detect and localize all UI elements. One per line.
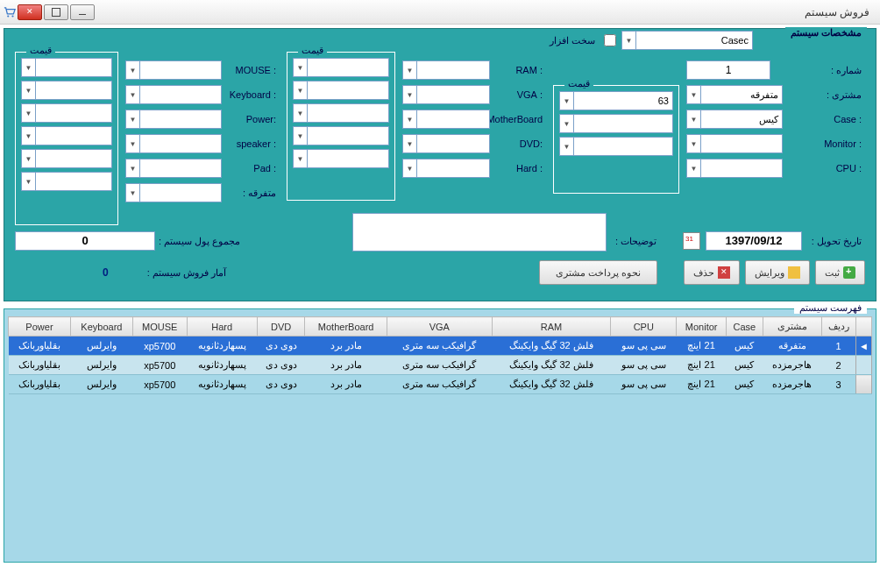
chevron-down-icon[interactable] — [403, 61, 417, 79]
hardware-combo[interactable]: Casec — [621, 31, 753, 50]
chevron-down-icon[interactable] — [22, 173, 36, 190]
stat-value: 0 — [103, 266, 109, 279]
chevron-down-icon[interactable] — [126, 110, 140, 128]
window-minimize-button[interactable] — [70, 4, 95, 20]
price-cpu-combo[interactable] — [559, 137, 673, 156]
chevron-down-icon[interactable] — [403, 135, 417, 152]
grid-header[interactable]: Power — [9, 317, 71, 337]
vga-combo[interactable] — [402, 85, 490, 104]
mouse-label: : MOUSE — [222, 65, 280, 75]
desc-textarea[interactable] — [352, 213, 607, 251]
chevron-down-icon[interactable] — [126, 61, 140, 79]
chevron-down-icon[interactable] — [403, 110, 417, 128]
chevron-down-icon[interactable] — [294, 59, 308, 76]
table-row[interactable]: ◄1متفرقهکیس21 اینچسی پی سوفلش 32 گیگ وای… — [9, 337, 872, 356]
delivery-field[interactable]: 1397/09/12 — [706, 231, 802, 251]
price-ram-combo[interactable] — [293, 58, 389, 77]
chevron-down-icon[interactable] — [22, 127, 36, 145]
stat-label: آمار فروش سیستم : — [144, 267, 230, 279]
grid-header[interactable]: RAM — [492, 317, 610, 337]
chevron-down-icon[interactable] — [687, 86, 701, 103]
grid-header[interactable]: CPU — [611, 317, 677, 337]
chevron-down-icon[interactable] — [560, 115, 574, 132]
price-monitor-combo[interactable] — [559, 114, 673, 133]
mouse-combo[interactable] — [125, 60, 222, 80]
grid-header[interactable]: مشتری — [763, 317, 821, 337]
grid-header[interactable]: MOUSE — [132, 317, 187, 337]
chevron-down-icon[interactable] — [22, 150, 36, 167]
misc-combo[interactable] — [125, 183, 222, 202]
table-row[interactable]: 3هاجرمزدهکیس21 اینچسی پی سوفلش 32 گیگ وا… — [9, 375, 872, 394]
window-maximize-button[interactable] — [44, 4, 68, 20]
row-selector[interactable] — [856, 375, 872, 394]
price-case-combo[interactable]: 63 — [559, 91, 673, 110]
monitor-combo[interactable] — [686, 134, 783, 153]
chevron-down-icon[interactable] — [294, 81, 308, 99]
number-field[interactable]: 1 — [686, 60, 770, 80]
ram-combo[interactable] — [402, 60, 490, 80]
hardware-checkbox[interactable] — [604, 34, 616, 46]
chevron-down-icon[interactable] — [560, 138, 574, 155]
chevron-down-icon[interactable] — [126, 86, 140, 103]
grid-header[interactable]: MotherBoard — [305, 317, 387, 337]
speaker-combo[interactable] — [125, 134, 222, 153]
price-speaker-combo[interactable] — [21, 126, 112, 145]
dvd-label: :DVD — [490, 138, 546, 149]
power-label: :Power — [222, 114, 280, 124]
grid-header[interactable]: Keyboard — [70, 317, 132, 337]
dvd-combo[interactable] — [402, 134, 490, 153]
chevron-down-icon[interactable] — [22, 104, 36, 122]
row-selector[interactable] — [856, 356, 872, 375]
mb-combo[interactable] — [402, 110, 490, 129]
price-mb-combo[interactable] — [293, 103, 389, 123]
payment-button[interactable]: نحوه پرداخت مشتری — [539, 260, 657, 285]
chevron-down-icon[interactable] — [294, 104, 308, 122]
cpu-combo[interactable] — [686, 159, 783, 178]
price-misc-combo[interactable] — [21, 172, 112, 191]
grid-header[interactable]: DVD — [257, 317, 305, 337]
desc-label: توضیحات : — [612, 236, 660, 247]
price-mouse-combo[interactable] — [21, 58, 112, 77]
price-pad-combo[interactable] — [21, 149, 112, 168]
chevron-down-icon[interactable] — [126, 135, 140, 152]
system-grid[interactable]: ردیفمشتریCaseMonitorCPURAMVGAMotherBoard… — [8, 316, 872, 394]
chevron-down-icon[interactable] — [403, 86, 417, 103]
keyboard-combo[interactable] — [125, 85, 222, 104]
price-keyboard-combo[interactable] — [21, 81, 112, 100]
case-combo[interactable]: کیس — [686, 110, 783, 129]
chevron-down-icon[interactable] — [294, 127, 308, 145]
grid-header[interactable]: Hard — [187, 317, 257, 337]
chevron-down-icon[interactable] — [22, 59, 36, 76]
pad-combo[interactable] — [125, 159, 222, 178]
chevron-down-icon[interactable] — [22, 81, 36, 99]
grid-header[interactable]: ردیف — [821, 317, 855, 337]
price-power-combo[interactable] — [21, 103, 112, 123]
save-button[interactable]: ثبت — [815, 260, 865, 285]
chevron-down-icon[interactable] — [687, 110, 701, 128]
vga-label: : VGA — [490, 89, 546, 100]
customer-combo[interactable]: متفرقه — [686, 85, 783, 104]
delete-button[interactable]: حذف — [684, 260, 740, 285]
grid-header[interactable]: VGA — [387, 317, 492, 337]
edit-button[interactable]: ویرایش — [745, 260, 810, 285]
chevron-down-icon[interactable] — [560, 92, 574, 110]
power-combo[interactable] — [125, 110, 222, 129]
grid-header[interactable]: Case — [727, 317, 763, 337]
chevron-down-icon[interactable] — [687, 135, 701, 152]
grid-header[interactable]: Monitor — [677, 317, 727, 337]
case-label: : Case — [813, 114, 865, 124]
chevron-down-icon[interactable] — [687, 159, 701, 177]
row-selector[interactable]: ◄ — [856, 337, 872, 356]
chevron-down-icon[interactable] — [126, 159, 140, 177]
window-close-button[interactable] — [18, 4, 42, 20]
hard-combo[interactable] — [402, 159, 490, 178]
price-dvd-combo[interactable] — [293, 126, 389, 145]
table-row[interactable]: 2هاجرمزدهکیس21 اینچسی پی سوفلش 32 گیگ وا… — [9, 356, 872, 375]
chevron-down-icon[interactable] — [622, 32, 636, 49]
chevron-down-icon[interactable] — [294, 150, 308, 167]
calendar-icon[interactable] — [683, 232, 700, 250]
price-hard-combo[interactable] — [293, 149, 389, 168]
chevron-down-icon[interactable] — [126, 184, 140, 202]
price-vga-combo[interactable] — [293, 81, 389, 100]
chevron-down-icon[interactable] — [403, 159, 417, 177]
